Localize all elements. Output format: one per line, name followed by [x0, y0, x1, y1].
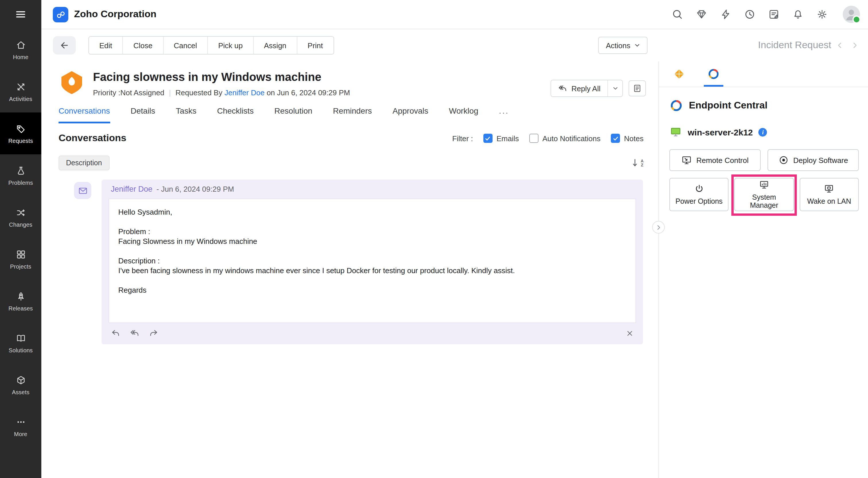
endpoint-central-panel: Endpoint Central win-server-2k12 i Remot…	[659, 61, 868, 478]
description-chip[interactable]: Description	[59, 156, 110, 170]
close-request-button[interactable]: Close	[123, 37, 164, 54]
deploy-software-button[interactable]: Deploy Software	[768, 149, 859, 171]
sidebar-item-more[interactable]: More	[0, 406, 41, 448]
feedback-icon[interactable]	[767, 7, 781, 21]
conversation-thread: Jeniffer Doe - Jun 6, 2024 09:29 PM Hell…	[41, 180, 658, 344]
pickup-button[interactable]: Pick up	[208, 37, 253, 54]
sidebar-item-releases[interactable]: Releases	[0, 280, 41, 322]
lightning-icon[interactable]	[719, 7, 733, 21]
device-name: win-server-2k12	[688, 127, 753, 137]
power-options-button[interactable]: Power Options	[670, 178, 729, 211]
forward-icon[interactable]	[149, 328, 158, 338]
sidebar-item-solutions[interactable]: Solutions	[0, 322, 41, 364]
tab-more[interactable]: ...	[499, 106, 509, 123]
endpoint-central-tab[interactable]	[703, 61, 724, 87]
auto-notifications-checkbox[interactable]	[529, 134, 538, 143]
assign-button[interactable]: Assign	[254, 37, 298, 54]
more-icon	[15, 416, 26, 427]
prev-request-icon[interactable]	[834, 39, 846, 52]
notifications-bell-icon[interactable]	[791, 7, 805, 21]
hamburger-menu-icon[interactable]	[0, 0, 41, 29]
remote-control-button[interactable]: Remote Control	[670, 149, 761, 171]
sidebar-item-home[interactable]: Home	[0, 29, 41, 71]
requested-by-label: Requested By	[175, 88, 222, 97]
system-manager-button[interactable]: System Manager	[735, 178, 794, 211]
tab-approvals[interactable]: Approvals	[393, 106, 429, 123]
actions-dropdown[interactable]: Actions	[598, 37, 648, 54]
reply-all-button[interactable]: Reply All	[551, 80, 608, 96]
requested-on: on Jun 6, 2024 09:29 PM	[267, 88, 350, 97]
endpoint-central-header: Endpoint Central	[670, 99, 868, 113]
solutions-icon	[15, 332, 26, 344]
sidebar-item-label: Solutions	[9, 347, 33, 353]
notes-checkbox[interactable]	[611, 134, 620, 143]
email-icon	[74, 182, 91, 199]
collapse-panel-chevron-icon[interactable]	[652, 221, 665, 233]
settings-gear-icon[interactable]	[815, 7, 829, 21]
requester-link[interactable]: Jeniffer Doe	[224, 88, 265, 97]
next-request-icon[interactable]	[848, 39, 861, 52]
tab-reminders[interactable]: Reminders	[333, 106, 372, 123]
wake-on-lan-icon	[824, 184, 834, 194]
back-button[interactable]	[53, 36, 76, 55]
zia-gem-icon[interactable]	[694, 7, 708, 21]
device-info-icon[interactable]: i	[758, 128, 767, 136]
collapse-message-icon[interactable]	[626, 329, 634, 337]
online-status-dot	[852, 15, 861, 24]
reply-options-caret[interactable]	[608, 80, 622, 96]
sidebar-item-activities[interactable]: Activities	[0, 71, 41, 113]
device-row: win-server-2k12 i	[670, 126, 868, 138]
request-title: Facing slowness in my Windows machine	[93, 69, 350, 84]
priority-value: Not Assigned	[120, 88, 164, 97]
changes-icon	[15, 207, 26, 218]
email-author-link[interactable]: Jeniffer Doe	[111, 185, 152, 193]
wake-on-lan-button[interactable]: Wake on LAN	[799, 178, 859, 211]
filter-auto-notifications[interactable]: Auto Notifications	[529, 134, 600, 143]
email-timestamp: - Jun 6, 2024 09:29 PM	[156, 185, 234, 193]
request-tabs: Conversations Details Tasks Checklists R…	[41, 97, 658, 123]
emails-checkbox[interactable]	[484, 134, 493, 143]
email-body: Hello Sysadmin, Problem : Facing Slownes…	[108, 198, 636, 323]
filter-emails[interactable]: Emails	[484, 134, 519, 143]
chevron-down-icon	[634, 42, 640, 48]
tab-tasks[interactable]: Tasks	[176, 106, 197, 123]
cancel-button[interactable]: Cancel	[163, 37, 208, 54]
notes-icon[interactable]	[629, 80, 646, 96]
sidebar-item-problems[interactable]: Problems	[0, 154, 41, 196]
sidebar-item-label: Activities	[9, 96, 32, 102]
filter-label: Filter :	[452, 134, 473, 142]
reply-icon[interactable]	[111, 328, 121, 338]
sidebar-item-label: Requests	[8, 137, 33, 144]
sidebar-item-requests[interactable]: Requests	[0, 113, 41, 154]
problems-icon	[15, 165, 26, 176]
deploy-software-icon	[778, 155, 789, 165]
request-meta: Priority :Not Assigned | Requested By Je…	[93, 88, 350, 97]
priority-label: Priority :	[93, 88, 120, 97]
section-title: Conversations	[59, 133, 126, 144]
user-avatar[interactable]	[843, 6, 860, 23]
manageengine-tab[interactable]	[668, 61, 690, 87]
manageengine-icon	[673, 68, 685, 80]
reply-all-icon[interactable]	[130, 328, 140, 338]
sidebar-item-projects[interactable]: Projects	[0, 238, 41, 280]
system-manager-icon	[759, 180, 769, 190]
header-actions	[671, 6, 860, 23]
tab-worklog[interactable]: Worklog	[449, 106, 478, 123]
sidebar-item-changes[interactable]: Changes	[0, 196, 41, 238]
tab-resolution[interactable]: Resolution	[274, 106, 312, 123]
sidebar-item-label: Projects	[10, 263, 31, 269]
edit-button[interactable]: Edit	[89, 37, 123, 54]
search-icon[interactable]	[671, 7, 684, 21]
sort-icon[interactable]: AZ	[632, 158, 644, 167]
tab-checklists[interactable]: Checklists	[217, 106, 254, 123]
history-icon[interactable]	[743, 7, 756, 21]
tab-details[interactable]: Details	[131, 106, 155, 123]
print-button[interactable]: Print	[298, 37, 333, 54]
system-manager-wrap: System Manager	[735, 178, 794, 211]
tab-conversations[interactable]: Conversations	[59, 106, 110, 123]
sidebar: Home Activities Requests Problems Change…	[0, 0, 41, 478]
power-icon	[694, 184, 704, 194]
requests-icon	[15, 123, 26, 134]
filter-notes[interactable]: Notes	[611, 134, 644, 143]
sidebar-item-assets[interactable]: Assets	[0, 364, 41, 406]
